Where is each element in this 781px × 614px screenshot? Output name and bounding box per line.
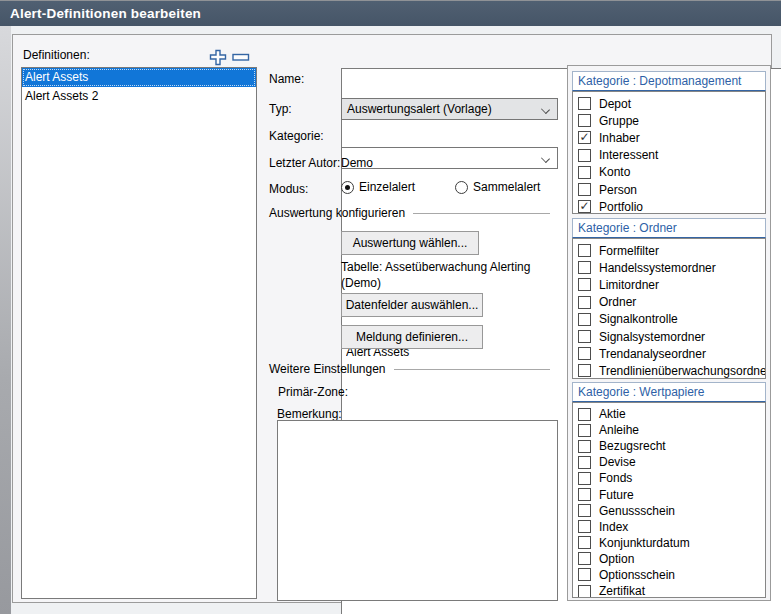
add-definition-button[interactable]	[209, 49, 227, 66]
content-panel: Definitionen: Alert Assets Alert Assets …	[12, 34, 772, 603]
checkbox-label: Signalkontrolle	[599, 312, 678, 326]
checkbox-icon[interactable]	[578, 131, 591, 144]
checkbox-item-trendanalyseordner[interactable]: Trendanalyseordner	[573, 345, 765, 362]
checkbox-icon[interactable]	[578, 536, 591, 549]
checkbox-icon[interactable]	[578, 166, 591, 179]
checkbox-item-handelssystemordner[interactable]: Handelssystemordner	[573, 259, 765, 276]
checkbox-label: Aktie	[599, 407, 626, 421]
checkbox-item-konjunkturdatum[interactable]: Konjunkturdatum	[573, 535, 765, 551]
checkbox-item-index[interactable]: Index	[573, 519, 765, 535]
checkbox-item-ordner[interactable]: Ordner	[573, 294, 765, 311]
alert-definitions-dialog: Alert-Definitionen bearbeiten Definition…	[0, 0, 781, 614]
checkbox-icon[interactable]	[578, 149, 591, 162]
checkbox-item-devise[interactable]: Devise	[573, 454, 765, 470]
category-list-depotmanagement: Depot Gruppe Inhaber Interessent Konto	[572, 91, 766, 214]
checkbox-icon[interactable]	[578, 183, 591, 196]
checkbox-item-interessent[interactable]: Interessent	[573, 147, 765, 164]
checkbox-icon[interactable]	[578, 504, 591, 517]
radio-einzelalert-label: Einzelalert	[359, 180, 415, 194]
checkbox-label: Fonds	[599, 471, 632, 485]
checkbox-item-gruppe[interactable]: Gruppe	[573, 112, 765, 129]
checkbox-item-signalkontrolle[interactable]: Signalkontrolle	[573, 311, 765, 328]
meldung-definieren-button[interactable]: Meldung definieren...	[341, 325, 483, 349]
typ-dropdown[interactable]: Auswertungsalert (Vorlage)	[341, 98, 558, 120]
checkbox-item-signalsystemordner[interactable]: Signalsystemordner	[573, 328, 765, 345]
checkbox-item-trendlinienueberwachungsordner[interactable]: Trendlinienüberwachungsordner	[573, 362, 765, 379]
primaer-zone-label: Primär-Zone:	[278, 385, 348, 399]
checkbox-label: Devise	[599, 455, 636, 469]
checkbox-item-zertifikat[interactable]: Zertifikat	[573, 583, 765, 598]
checkbox-item-person[interactable]: Person	[573, 181, 765, 198]
checkbox-icon[interactable]	[578, 520, 591, 533]
checkbox-label: Limitordner	[599, 278, 659, 292]
radio-sammelalert[interactable]	[455, 181, 468, 194]
checkbox-label: Zertifikat	[599, 584, 645, 598]
checkbox-icon[interactable]	[578, 347, 591, 360]
checkbox-icon[interactable]	[578, 488, 591, 501]
checkbox-icon[interactable]	[578, 244, 591, 257]
radio-sammelalert-label: Sammelalert	[473, 180, 540, 194]
checkbox-icon[interactable]	[578, 114, 591, 127]
checkbox-item-optionsschein[interactable]: Optionsschein	[573, 567, 765, 583]
checkbox-icon[interactable]	[578, 472, 591, 485]
checkbox-label: Inhaber	[599, 131, 640, 145]
checkbox-icon[interactable]	[578, 440, 591, 453]
checkbox-icon[interactable]	[578, 408, 591, 421]
checkbox-item-bezugsrecht[interactable]: Bezugsrecht	[573, 438, 765, 454]
auswertung-waehlen-button[interactable]: Auswertung wählen...	[341, 231, 479, 255]
checkbox-icon[interactable]	[578, 97, 591, 110]
checkbox-label: Trendlinienüberwachungsordner	[599, 364, 766, 378]
checkbox-label: Depot	[599, 97, 631, 111]
list-item-alert-assets-2[interactable]: Alert Assets 2	[22, 87, 256, 106]
window-edge	[0, 26, 11, 614]
checkbox-item-inhaber[interactable]: Inhaber	[573, 129, 765, 146]
checkbox-icon[interactable]	[578, 200, 591, 213]
checkbox-icon[interactable]	[578, 424, 591, 437]
category-header-wertpapiere: Kategorie : Wertpapiere	[572, 382, 766, 402]
checkbox-label: Gruppe	[599, 114, 639, 128]
checkbox-icon[interactable]	[578, 261, 591, 274]
checkbox-item-limitordner[interactable]: Limitordner	[573, 276, 765, 293]
checkbox-icon[interactable]	[578, 330, 591, 343]
checkbox-icon[interactable]	[578, 568, 591, 581]
checkbox-icon[interactable]	[578, 313, 591, 326]
checkbox-icon[interactable]	[578, 552, 591, 565]
kategorie-label: Kategorie:	[269, 129, 324, 143]
checkbox-label: Genussschein	[599, 504, 675, 518]
checkbox-icon[interactable]	[578, 296, 591, 309]
radio-einzelalert[interactable]	[341, 181, 354, 194]
chevron-down-icon	[542, 106, 549, 113]
dialog-title-bar: Alert-Definitionen bearbeiten	[0, 0, 781, 26]
group-divider	[394, 369, 550, 370]
checkbox-item-depot[interactable]: Depot	[573, 95, 765, 112]
checkbox-label: Trendanalyseordner	[599, 347, 706, 361]
checkbox-item-portfolio[interactable]: Portfolio	[573, 198, 765, 214]
checkbox-item-anleihe[interactable]: Anleihe	[573, 422, 765, 438]
checkbox-icon[interactable]	[578, 585, 591, 598]
checkbox-icon[interactable]	[578, 364, 591, 377]
checkbox-item-option[interactable]: Option	[573, 551, 765, 567]
kategorie-dropdown[interactable]	[341, 147, 558, 169]
bemerkung-textarea[interactable]	[277, 420, 558, 601]
checkbox-item-konto[interactable]: Konto	[573, 164, 765, 181]
checkbox-label: Index	[599, 520, 628, 534]
plus-icon	[209, 49, 227, 66]
checkbox-item-genussschein[interactable]: Genussschein	[573, 503, 765, 519]
checkbox-item-fonds[interactable]: Fonds	[573, 470, 765, 486]
category-list-wertpapiere: Aktie Anleihe Bezugsrecht Devise Fonds	[572, 402, 766, 598]
checkbox-item-aktie[interactable]: Aktie	[573, 406, 765, 422]
table-info-text: Tabelle: Assetüberwachung Alerting (Demo…	[341, 259, 546, 291]
checkbox-label: Ordner	[599, 295, 636, 309]
checkbox-icon[interactable]	[578, 456, 591, 469]
list-item-alert-assets[interactable]: Alert Assets	[22, 68, 256, 87]
checkbox-icon[interactable]	[578, 278, 591, 291]
checkbox-item-formelfilter[interactable]: Formelfilter	[573, 242, 765, 259]
checkbox-item-future[interactable]: Future	[573, 486, 765, 502]
checkbox-label: Option	[599, 552, 634, 566]
definitions-list[interactable]: Alert Assets Alert Assets 2	[21, 67, 257, 599]
name-label: Name:	[269, 72, 304, 86]
datenfelder-auswaehlen-button[interactable]: Datenfelder auswählen...	[341, 293, 483, 317]
remove-definition-button[interactable]	[232, 53, 250, 62]
category-header-depotmanagement: Kategorie : Depotmanagement	[572, 71, 766, 91]
auswertung-group-header: Auswertung konfigurieren	[269, 206, 558, 220]
